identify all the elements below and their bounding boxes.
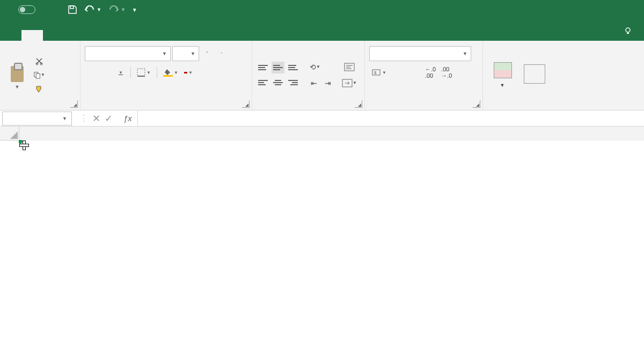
clipboard-dialog-launcher[interactable] — [70, 100, 78, 108]
comma-format-button[interactable] — [404, 65, 416, 79]
group-clipboard: ▼ ▼ — [0, 41, 80, 110]
clipboard-group-title — [4, 107, 76, 109]
group-font: ▼ ▼ ˆ ˇ ▼ ▼ ▼ ▼ — [80, 41, 252, 110]
tab-formulas[interactable] — [86, 30, 107, 41]
cut-button[interactable] — [33, 55, 45, 67]
select-all-corner[interactable] — [0, 127, 19, 141]
clipboard-icon — [8, 61, 27, 84]
group-number: ▼ $▼ ←.0.00 .00→.0 — [365, 41, 483, 110]
column-headers — [0, 127, 644, 141]
decrease-indent-button[interactable]: ⇤ — [307, 76, 321, 90]
conditional-formatting-icon — [492, 61, 513, 80]
name-box[interactable]: ▼ — [2, 112, 72, 125]
number-format-combo[interactable]: ▼ — [369, 46, 471, 61]
svg-text:$: $ — [374, 70, 377, 75]
separator — [157, 67, 157, 78]
tab-view[interactable] — [150, 30, 172, 41]
group-alignment: ⟲▼ ⇤ ⇥ ▼ — [252, 41, 365, 110]
merge-cells-button[interactable]: ▼ — [341, 76, 357, 90]
separator-dots: ⋮ — [79, 113, 88, 123]
fill-color-button[interactable]: ▼ — [161, 65, 180, 79]
font-dialog-launcher[interactable] — [242, 100, 250, 108]
align-middle-button[interactable] — [272, 62, 284, 73]
lightbulb-icon — [624, 27, 632, 35]
separator — [130, 67, 131, 78]
toggle-icon — [18, 5, 35, 14]
decrease-font-button[interactable]: ˇ — [215, 47, 228, 61]
alignment-group-title — [257, 107, 360, 109]
conditional-formatting-button[interactable]: ▼ — [487, 59, 517, 91]
format-as-table-button[interactable] — [519, 62, 550, 88]
quick-access-toolbar: ▼ ▼ ▼ — [68, 5, 137, 14]
title-bar: ▼ ▼ ▼ — [0, 0, 644, 19]
align-bottom-button[interactable] — [287, 62, 299, 73]
align-left-button[interactable] — [257, 77, 269, 88]
underline-button[interactable]: ▼ — [114, 65, 127, 79]
svg-rect-0 — [70, 6, 74, 9]
orientation-button[interactable]: ⟲▼ — [307, 60, 323, 74]
redo-button[interactable]: ▼ — [108, 5, 126, 14]
italic-button[interactable] — [99, 65, 112, 79]
accounting-format-button[interactable]: $▼ — [369, 65, 389, 79]
wrap-text-button[interactable] — [341, 60, 357, 74]
copy-button[interactable]: ▼ — [33, 69, 45, 81]
tab-file[interactable] — [0, 30, 21, 41]
paste-button[interactable]: ▼ — [4, 58, 30, 92]
format-painter-button[interactable] — [33, 83, 45, 95]
tab-home[interactable] — [21, 30, 43, 41]
formula-bar-row: ▼ ⋮ ✕ ✓ ƒx — [0, 110, 644, 127]
undo-button[interactable]: ▼ — [84, 5, 101, 14]
cancel-formula-button[interactable]: ✕ — [92, 113, 100, 124]
tab-review[interactable] — [129, 30, 150, 41]
tab-page-layout[interactable] — [64, 30, 86, 41]
group-styles: ▼ — [483, 41, 644, 110]
svg-rect-5 — [36, 73, 40, 78]
ribbon: ▼ ▼ ▼ ▼ ˆ ˇ ▼ ▼ — [0, 41, 644, 110]
align-right-button[interactable] — [287, 77, 299, 88]
number-group-title — [369, 107, 478, 109]
tab-insert[interactable] — [43, 30, 64, 41]
align-top-button[interactable] — [257, 62, 269, 73]
percent-format-button[interactable] — [390, 65, 402, 79]
increase-decimal-button[interactable]: ←.0.00 — [423, 65, 438, 79]
svg-point-1 — [626, 28, 630, 32]
table-icon — [524, 64, 545, 84]
save-icon[interactable] — [68, 5, 77, 14]
svg-rect-6 — [137, 69, 145, 76]
tell-me-search[interactable] — [615, 21, 644, 41]
font-color-button[interactable]: ▼ — [182, 65, 195, 79]
font-size-combo[interactable]: ▼ — [172, 46, 199, 61]
increase-font-button[interactable]: ˆ — [201, 47, 214, 61]
qat-customize[interactable]: ▼ — [132, 7, 137, 13]
increase-indent-button[interactable]: ⇥ — [321, 76, 335, 90]
align-center-button[interactable] — [272, 77, 284, 88]
spacer — [418, 65, 422, 79]
tab-data[interactable] — [107, 30, 129, 41]
font-name-combo[interactable]: ▼ — [85, 46, 171, 61]
enter-formula-button[interactable]: ✓ — [105, 113, 113, 124]
autosave-toggle[interactable] — [15, 5, 35, 14]
styles-group-title — [487, 107, 640, 109]
alignment-dialog-launcher[interactable] — [355, 100, 362, 108]
decrease-decimal-button[interactable]: .00→.0 — [439, 65, 454, 79]
bold-button[interactable] — [85, 65, 98, 79]
font-group-title — [85, 107, 247, 109]
ribbon-tabs — [0, 19, 644, 41]
number-dialog-launcher[interactable] — [473, 100, 480, 108]
spreadsheet-grid — [0, 127, 644, 314]
fx-icon[interactable]: ƒx — [118, 110, 138, 126]
text-format-marker — [19, 141, 24, 145]
borders-button[interactable]: ▼ — [135, 65, 153, 79]
